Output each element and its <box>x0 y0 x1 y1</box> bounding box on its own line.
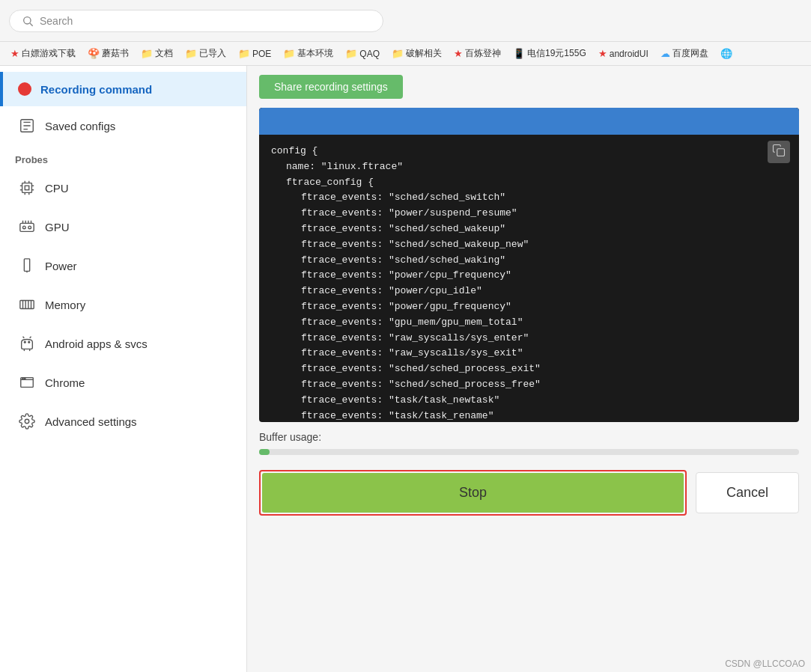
bookmark-label: 基本环境 <box>297 47 333 60</box>
watermark: CSDN @LLCCOAO <box>725 659 805 669</box>
bookmark-item[interactable]: 📁 基本环境 <box>279 46 338 61</box>
power-icon <box>18 257 36 275</box>
cpu-label: CPU <box>45 182 69 195</box>
terminal-line: ftrace_events: "power/suspend_resume" <box>271 206 787 222</box>
terminal-line: ftrace_events: "sched/sched_process_free… <box>271 377 787 393</box>
advanced-settings-label: Advanced settings <box>45 415 137 428</box>
bookmark-label: 电信19元155G <box>527 47 586 60</box>
svg-point-35 <box>22 378 23 379</box>
search-placeholder: Search <box>40 15 73 27</box>
svg-point-37 <box>25 419 29 424</box>
settings-icon <box>18 412 36 430</box>
terminal-line: ftrace_events: "raw_syscalls/sys_enter" <box>271 331 787 346</box>
cpu-icon <box>18 179 36 197</box>
memory-label: Memory <box>45 299 85 311</box>
bookmark-item[interactable]: 📁 QAQ <box>341 46 384 61</box>
buffer-usage-label: Buffer usage: <box>259 431 799 443</box>
memory-icon <box>18 296 36 314</box>
terminal-area: config { name: "linux.ftrace" ftrace_con… <box>259 108 799 422</box>
cancel-button[interactable]: Cancel <box>696 472 799 513</box>
sidebar-item-advanced-settings[interactable]: Advanced settings <box>0 402 246 441</box>
chrome-icon <box>18 373 36 391</box>
terminal-line: ftrace_events: "sched/sched_process_exit… <box>271 361 787 377</box>
terminal-line: ftrace_events: "sched/sched_switch" <box>271 190 787 206</box>
sidebar-recording-label: Recording command <box>40 83 152 96</box>
bookmark-label: 蘑菇书 <box>102 47 129 60</box>
svg-rect-13 <box>20 223 34 231</box>
sidebar-item-saved-configs[interactable]: Saved configs <box>0 106 246 145</box>
sidebar-item-memory[interactable]: Memory <box>0 285 246 324</box>
svg-rect-38 <box>777 149 785 156</box>
bookmark-item[interactable]: 📁 已导入 <box>180 46 231 61</box>
svg-line-1 <box>30 23 33 26</box>
svg-point-0 <box>24 16 31 23</box>
sidebar-item-android[interactable]: Android apps & svcs <box>0 324 246 363</box>
browser-bar: Search <box>0 0 811 42</box>
svg-rect-12 <box>25 186 29 190</box>
buttons-area: Stop Cancel <box>247 461 811 525</box>
bookmark-item[interactable]: 🌐 <box>716 46 737 61</box>
bookmark-label: 百度网盘 <box>672 47 708 60</box>
gpu-label: GPU <box>45 221 70 233</box>
sidebar-item-chrome[interactable]: Chrome <box>0 363 246 402</box>
main-content: Share recording settings config { name: … <box>247 66 811 672</box>
terminal-line: config { <box>271 144 787 159</box>
terminal-lines: config { name: "linux.ftrace" ftrace_con… <box>271 144 787 422</box>
svg-rect-22 <box>20 301 34 309</box>
buffer-section: Buffer usage: <box>247 422 811 461</box>
terminal-line: name: "linux.ftrace" <box>271 159 787 175</box>
sidebar-item-recording-command[interactable]: Recording command <box>0 72 246 106</box>
terminal-line: ftrace_events: "sched/sched_waking" <box>271 253 787 269</box>
bookmark-item[interactable]: 📱 电信19元155G <box>508 46 591 61</box>
bookmark-item[interactable]: 📁 POE <box>234 46 276 61</box>
bookmark-label: 文档 <box>155 47 173 60</box>
chrome-label: Chrome <box>45 376 85 389</box>
android-icon <box>18 335 36 352</box>
bookmark-label: 已导入 <box>199 47 226 60</box>
copy-button[interactable] <box>768 141 790 163</box>
terminal-line: ftrace_events: "sched/sched_wakeup_new" <box>271 237 787 253</box>
bookmark-label: androidUI <box>610 49 649 59</box>
bookmark-item[interactable]: ★ 百炼登神 <box>449 46 505 61</box>
android-label: Android apps & svcs <box>45 337 148 350</box>
sidebar-item-power[interactable]: Power <box>0 246 246 285</box>
bookmark-item[interactable]: 📁 破解相关 <box>387 46 446 61</box>
svg-point-27 <box>24 341 25 343</box>
svg-rect-3 <box>22 183 32 193</box>
buffer-bar-track <box>259 449 799 455</box>
bookmark-label: 白嫖游戏下载 <box>22 47 76 60</box>
sidebar-item-cpu[interactable]: CPU <box>0 168 246 207</box>
gpu-icon <box>18 218 36 236</box>
search-bar[interactable]: Search <box>9 10 383 32</box>
bookmark-label: 百炼登神 <box>465 47 501 60</box>
saved-configs-label: Saved configs <box>45 120 115 132</box>
bookmark-item[interactable]: ★ androidUI <box>594 46 653 61</box>
terminal-line: ftrace_events: "power/gpu_frequency" <box>271 299 787 315</box>
svg-point-18 <box>23 226 26 229</box>
bookmark-item[interactable]: 🍄 蘑菇书 <box>83 46 133 61</box>
terminal-line: ftrace_events: "power/cpu_idle" <box>271 284 787 299</box>
power-label: Power <box>45 260 77 272</box>
buffer-bar-fill <box>259 449 270 455</box>
bookmark-item[interactable]: ★ 白嫖游戏下载 <box>6 46 80 61</box>
stop-button[interactable]: Stop <box>262 473 684 513</box>
svg-rect-20 <box>24 259 29 272</box>
sidebar: Recording command Saved configs Probes <box>0 66 247 672</box>
terminal-header <box>259 108 799 135</box>
terminal-line: ftrace_events: "raw_syscalls/sys_exit" <box>271 346 787 361</box>
bookmark-item[interactable]: 📁 文档 <box>136 46 177 61</box>
app-container: Recording command Saved configs Probes <box>0 66 811 672</box>
terminal-line: ftrace_events: "power/cpu_frequency" <box>271 268 787 284</box>
terminal-line: ftrace_events: "gpu_mem/gpu_mem_total" <box>271 315 787 331</box>
top-bar: Share recording settings <box>247 66 811 108</box>
bookmark-item[interactable]: ☁ 百度网盘 <box>656 46 713 61</box>
terminal-line: ftrace_events: "task/task_rename" <box>271 409 787 422</box>
sidebar-item-gpu[interactable]: GPU <box>0 207 246 246</box>
bookmark-label: 破解相关 <box>406 47 442 60</box>
svg-line-29 <box>23 337 25 338</box>
share-recording-button[interactable]: Share recording settings <box>259 75 403 99</box>
svg-line-30 <box>30 337 31 338</box>
stop-button-wrapper: Stop <box>259 470 687 516</box>
probes-section: Probes <box>0 145 246 168</box>
saved-configs-icon <box>18 117 36 135</box>
